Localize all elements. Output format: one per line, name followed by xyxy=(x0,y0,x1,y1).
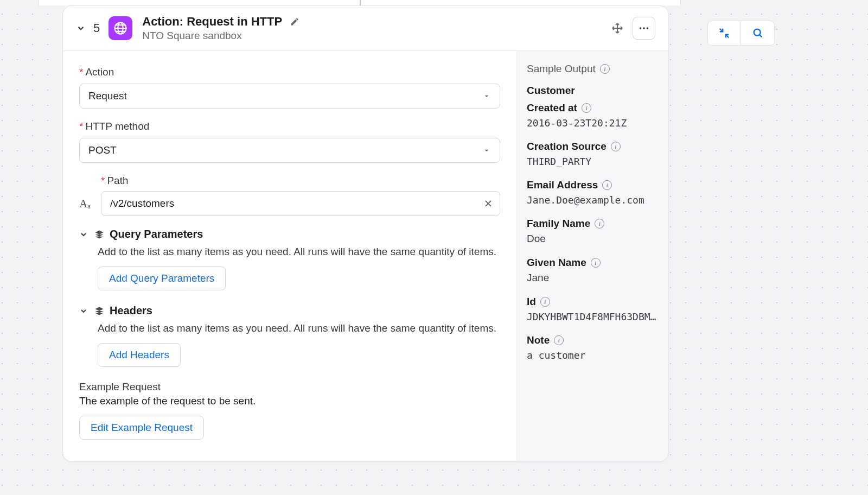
add-headers-button[interactable]: Add Headers xyxy=(98,343,181,367)
caret-down-icon xyxy=(482,146,491,155)
clear-input-icon[interactable] xyxy=(483,198,494,209)
query-params-title: Query Parameters xyxy=(110,228,203,240)
action-select-value: Request xyxy=(88,90,127,102)
info-icon[interactable]: i xyxy=(540,297,550,307)
svg-point-5 xyxy=(640,27,642,29)
example-request-label: Example Request xyxy=(79,381,500,393)
chevron-down-icon[interactable] xyxy=(79,307,88,315)
info-icon[interactable]: i xyxy=(582,103,591,113)
info-icon[interactable]: i xyxy=(611,142,621,151)
text-mode-icon[interactable]: Aa xyxy=(79,198,95,210)
drag-handle-icon[interactable] xyxy=(611,22,624,35)
email-value: Jane.Doe@example.com xyxy=(527,194,659,206)
method-select[interactable]: POST xyxy=(79,138,500,163)
edit-example-request-button[interactable]: Edit Example Request xyxy=(79,416,204,440)
query-params-desc: Add to the list as many items as you nee… xyxy=(98,246,500,258)
family-name-value: Doe xyxy=(527,233,659,245)
canvas-controls xyxy=(707,21,775,46)
method-label: HTTP method xyxy=(85,120,149,132)
info-icon[interactable]: i xyxy=(602,180,612,190)
stack-icon xyxy=(94,306,104,316)
add-query-params-button[interactable]: Add Query Parameters xyxy=(98,266,226,290)
sample-output-title: Sample Output xyxy=(527,63,596,75)
method-select-value: POST xyxy=(88,144,117,156)
minimize-icon xyxy=(718,27,730,39)
form-panel: *Action Request *HTTP method POST *Path … xyxy=(63,51,516,461)
headers-title: Headers xyxy=(110,304,152,317)
step-title: Action: Request in HTTP xyxy=(142,15,282,29)
svg-point-7 xyxy=(647,27,649,29)
svg-point-12 xyxy=(754,29,760,36)
action-label: Action xyxy=(85,66,114,78)
created-at-value: 2016-03-23T20:21Z xyxy=(527,117,659,129)
created-at-label: Created at xyxy=(527,102,577,114)
creation-source-value: THIRD_PARTY xyxy=(527,156,659,167)
id-label: Id xyxy=(527,296,536,308)
step-number: 5 xyxy=(93,21,100,35)
info-icon[interactable]: i xyxy=(591,258,601,268)
info-icon[interactable]: i xyxy=(595,219,604,229)
email-label: Email Address xyxy=(527,179,598,191)
svg-line-13 xyxy=(759,35,761,37)
given-name-label: Given Name xyxy=(527,257,586,269)
path-input[interactable] xyxy=(101,191,500,216)
minimize-button[interactable] xyxy=(707,21,741,46)
creation-source-label: Creation Source xyxy=(527,141,607,153)
search-icon xyxy=(752,27,764,39)
connector-line xyxy=(360,0,361,5)
family-name-label: Family Name xyxy=(527,218,590,230)
card-header: 5 Action: Request in HTTP NTO Square san… xyxy=(63,6,668,51)
stack-icon xyxy=(94,230,104,239)
example-request-desc: The example of the request to be sent. xyxy=(79,395,500,407)
path-label: Path xyxy=(107,175,128,186)
caret-down-icon xyxy=(482,92,491,100)
more-actions-button[interactable] xyxy=(633,17,655,40)
given-name-value: Jane xyxy=(527,272,659,284)
sample-output-panel: Sample Output i Customer Created ati 201… xyxy=(516,51,668,461)
search-button[interactable] xyxy=(741,21,775,46)
step-subtitle: NTO Square sandbox xyxy=(142,30,299,42)
http-app-icon xyxy=(108,16,132,40)
info-icon[interactable]: i xyxy=(554,335,564,345)
note-label: Note xyxy=(527,334,550,346)
customer-label: Customer xyxy=(527,85,575,97)
svg-point-6 xyxy=(643,27,645,29)
chevron-down-icon[interactable] xyxy=(79,230,88,239)
info-icon[interactable]: i xyxy=(600,64,610,74)
step-card: 5 Action: Request in HTTP NTO Square san… xyxy=(62,5,669,462)
collapse-toggle-icon[interactable] xyxy=(76,23,86,33)
rename-icon[interactable] xyxy=(290,17,299,27)
more-icon xyxy=(638,22,650,34)
action-select[interactable]: Request xyxy=(79,84,500,109)
headers-desc: Add to the list as many items as you nee… xyxy=(98,322,500,334)
id-value: JDKYHBWT1D4F8MFH63DBME… xyxy=(527,311,659,322)
note-value: a customer xyxy=(527,350,659,361)
